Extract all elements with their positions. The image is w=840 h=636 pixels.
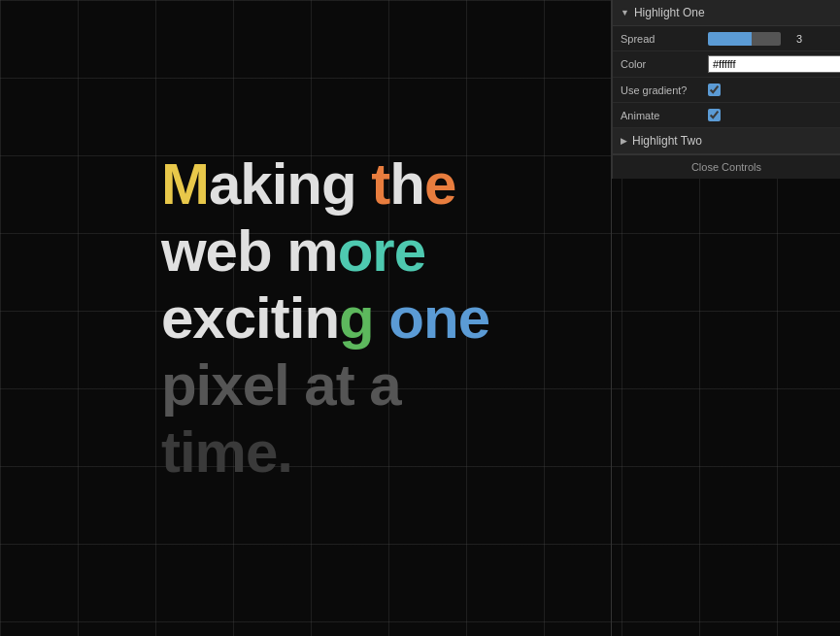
highlight-two-label: Highlight Two [632,134,702,148]
color-row: Color [613,51,840,78]
text-aking: aking [209,151,371,217]
letter-e: e [424,151,455,217]
letter-g: g [339,285,374,351]
letter-r: r [372,218,393,284]
letter-n: n [423,285,458,351]
headline-text: Making the web more exciting one pixel a… [161,151,489,485]
use-gradient-value-container [708,84,832,96]
expand-icon: ▼ [621,8,629,17]
letter-o2: o [388,285,423,351]
headline-line-1: Making the [161,151,489,218]
headline-line-4: pixel at a [161,351,489,418]
letter-e2: e [394,218,425,284]
text-web: web m [161,218,338,284]
letter-o1: o [338,218,373,284]
main-content: Making the web more exciting one pixel a… [0,0,612,636]
expand-icon-two: ▶ [621,136,627,146]
use-gradient-row: Use gradient? [613,78,840,103]
animate-row: Animate [613,103,840,128]
control-panel: ▼ Highlight One Spread 3 Color Use gradi… [612,0,840,179]
letter-h: h [389,151,424,217]
headline-line-3: exciting one [161,285,489,351]
animate-value-container [708,109,832,121]
letter-M: M [161,151,209,217]
spread-number: 3 [785,33,802,45]
animate-label: Animate [621,110,708,121]
spread-value-container: 3 [708,32,832,46]
letter-t: t [371,151,389,217]
close-controls-label: Close Controls [691,161,761,173]
text-exciting: excitin [161,285,339,351]
color-label: Color [621,58,708,70]
use-gradient-label: Use gradient? [621,84,708,96]
highlight-one-header[interactable]: ▼ Highlight One [613,0,840,26]
headline-line-5: time. [161,418,489,485]
animate-checkbox[interactable] [708,109,721,121]
color-value-container [708,55,840,73]
spread-label: Spread [621,33,708,45]
use-gradient-checkbox[interactable] [708,84,721,96]
close-controls-button[interactable]: Close Controls [613,154,840,179]
headline-line-2: web more [161,218,489,285]
text-pixel: pixel at a [161,352,401,418]
letter-e3: e [458,285,489,351]
color-input[interactable] [708,55,840,73]
spread-slider[interactable] [708,32,781,46]
text-time: time. [161,419,292,485]
spread-row: Spread 3 [613,26,840,51]
text-space [374,285,389,351]
highlight-one-label: Highlight One [634,6,705,19]
highlight-two-header[interactable]: ▶ Highlight Two [613,128,840,154]
